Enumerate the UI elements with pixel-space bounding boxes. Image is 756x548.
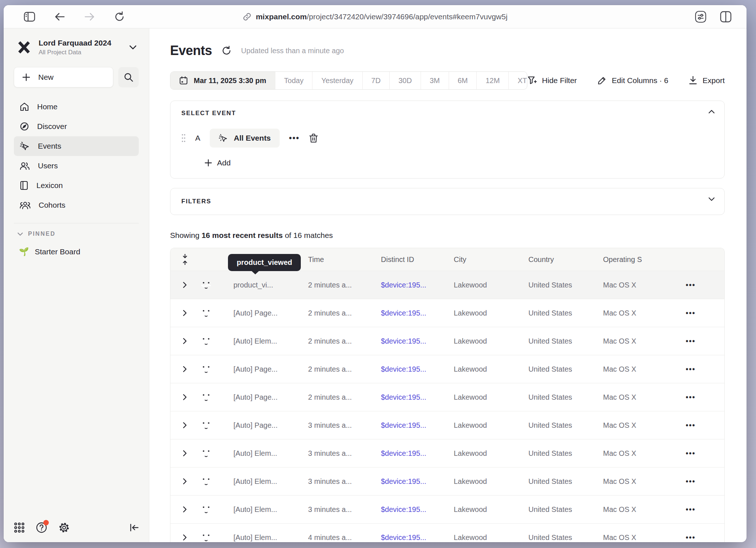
row-menu-icon[interactable]: ••• [668,477,724,486]
row-menu-icon[interactable]: ••• [668,533,724,542]
reload-icon[interactable] [114,11,125,22]
chevron-up-icon[interactable] [708,110,715,114]
sidebar-item-cohorts[interactable]: Cohorts [14,195,139,215]
table-body: product_vi... 2 minutes a... $device:195… [170,271,724,542]
expand-row-icon[interactable] [170,366,199,372]
page-settings-icon[interactable] [694,11,707,23]
distinct-id-link[interactable]: $device:195... [371,337,444,345]
range-xtd[interactable]: XTD [509,72,527,89]
add-event-button[interactable]: Add [205,158,231,167]
pinned-section-header[interactable]: PINNED [14,231,139,237]
trash-icon[interactable] [309,133,318,143]
date-range-custom[interactable]: Mar 11, 2025 3:30 pm [170,72,275,89]
distinct-id-link[interactable]: $device:195... [371,449,444,458]
filters-card[interactable]: FILTERS [170,188,725,215]
row-menu-icon[interactable]: ••• [668,365,724,373]
refresh-icon[interactable] [221,46,232,56]
pinned-item-starter-board[interactable]: 🌱 Starter Board [14,242,139,261]
project-switcher[interactable]: Lord Farquaad 2024 All Project Data [14,38,139,57]
distinct-id-link[interactable]: $device:195... [371,477,444,486]
range-today[interactable]: Today [275,72,312,89]
expand-row-icon[interactable] [170,450,199,457]
range-7d[interactable]: 7D [363,72,390,89]
row-menu-icon[interactable]: ••• [668,449,724,458]
range-3m[interactable]: 3M [421,72,449,89]
table-row[interactable]: [Auto] Elem... 3 minutes a... $device:19… [170,467,724,495]
expand-row-icon[interactable] [170,422,199,428]
browser-window: mixpanel.com/project/3472420/view/397469… [4,5,747,542]
export-button[interactable]: Export [689,76,725,85]
back-icon[interactable] [54,12,65,21]
range-30d[interactable]: 30D [390,72,421,89]
sidebar-item-discover[interactable]: Discover [14,117,139,136]
forward-icon[interactable] [84,12,95,21]
new-button[interactable]: New [14,67,113,87]
table-row[interactable]: [Auto] Elem... 3 minutes a... $device:19… [170,439,724,467]
collapse-rows-icon[interactable] [170,254,199,265]
event-city: Lakewood [444,449,518,458]
address-bar[interactable]: mixpanel.com/project/3472420/view/397469… [243,12,507,21]
distinct-id-link[interactable]: $device:195... [371,421,444,430]
expand-row-icon[interactable] [170,338,199,344]
table-row[interactable]: [Auto] Page... 2 minutes a... $device:19… [170,383,724,411]
expand-row-icon[interactable] [170,310,199,316]
event-time: 2 minutes a... [298,281,371,289]
sidebar-item-home[interactable]: Home [14,97,139,117]
column-header-time[interactable]: Time [298,255,371,264]
apps-grid-icon[interactable] [14,522,25,533]
search-button[interactable] [118,67,139,87]
collapse-sidebar-icon[interactable] [129,523,139,532]
event-avatar [199,530,223,542]
table-row[interactable]: [Auto] Elem... 2 minutes a... $device:19… [170,327,724,355]
distinct-id-link[interactable]: $device:195... [371,393,444,402]
distinct-id-link[interactable]: $device:195... [371,281,444,289]
expand-row-icon[interactable] [170,534,199,541]
drag-handle-icon[interactable] [181,133,186,143]
table-row[interactable]: [Auto] Page... 2 minutes a... $device:19… [170,355,724,383]
help-icon[interactable] [36,522,47,533]
chevron-down-icon[interactable] [708,197,715,201]
select-event-title: SELECT EVENT [181,110,713,117]
expand-row-icon[interactable] [170,506,199,513]
distinct-id-link[interactable]: $device:195... [371,505,444,514]
updated-status: Updated less than a minute ago [241,47,344,55]
event-name: product_vi... [223,281,298,289]
row-menu-icon[interactable]: ••• [668,337,724,345]
expand-row-icon[interactable] [170,478,199,485]
distinct-id-link[interactable]: $device:195... [371,309,444,317]
sidebar-item-events[interactable]: Events [14,136,139,156]
range-12m[interactable]: 12M [477,72,509,89]
expand-row-icon[interactable] [170,282,199,288]
all-events-chip[interactable]: All Events [210,129,280,148]
row-menu-icon[interactable]: ••• [668,309,724,317]
event-city: Lakewood [444,309,518,317]
table-row[interactable]: [Auto] Page... 2 minutes a... $device:19… [170,299,724,327]
column-header-os[interactable]: Operating S [593,255,668,264]
distinct-id-link[interactable]: $device:195... [371,365,444,373]
table-row[interactable]: [Auto] Page... 3 minutes a... $device:19… [170,411,724,439]
row-menu-icon[interactable]: ••• [668,505,724,514]
expand-row-icon[interactable] [170,394,199,400]
row-menu-icon[interactable]: ••• [668,281,724,289]
sidebar-item-lexicon[interactable]: Lexicon [14,176,139,195]
hide-filter-button[interactable]: Hide Filter [527,76,577,85]
event-options-icon[interactable]: ••• [289,133,300,143]
split-view-icon[interactable] [720,11,732,23]
table-row[interactable]: [Auto] Elem... 4 minutes a... $device:19… [170,523,724,542]
column-header-distinct-id[interactable]: Distinct ID [371,255,444,264]
column-header-city[interactable]: City [444,255,518,264]
range-6m[interactable]: 6M [449,72,477,89]
range-yesterday[interactable]: Yesterday [312,72,362,89]
sidebar-toggle-icon[interactable] [24,12,35,22]
row-menu-icon[interactable]: ••• [668,421,724,430]
column-header-country[interactable]: Country [518,255,593,264]
table-row[interactable]: [Auto] Elem... 3 minutes a... $device:19… [170,495,724,523]
sidebar-item-users[interactable]: Users [14,156,139,176]
table-row[interactable]: product_vi... 2 minutes a... $device:195… [170,271,724,299]
edit-columns-button[interactable]: Edit Columns · 6 [597,76,668,85]
distinct-id-link[interactable]: $device:195... [371,533,444,542]
gear-icon[interactable] [58,522,70,533]
date-range-label: Mar 11, 2025 3:30 pm [194,77,266,85]
download-icon [689,76,697,85]
row-menu-icon[interactable]: ••• [668,393,724,402]
